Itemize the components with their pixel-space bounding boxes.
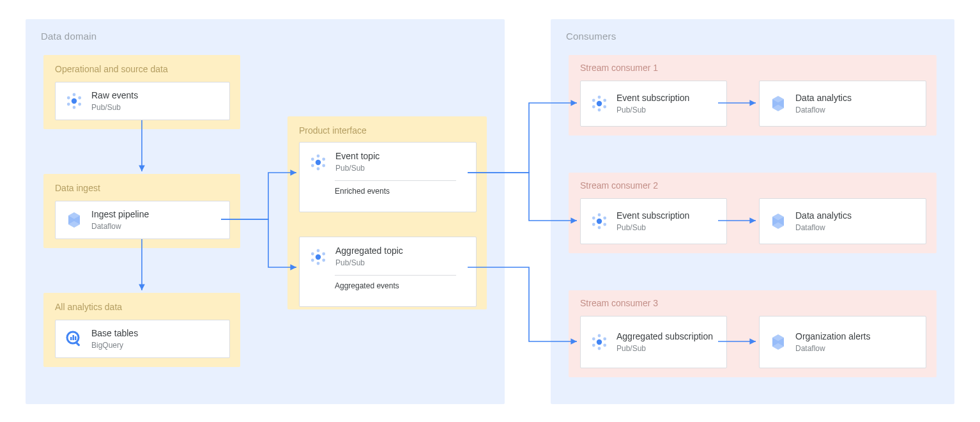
card-title: Raw events	[91, 90, 138, 101]
card-sub: Dataflow	[91, 221, 149, 231]
card-sub: Pub/Sub	[91, 102, 138, 113]
card-c1-analytics: Data analytics Dataflow	[759, 81, 926, 127]
card-aggregated-topic: Aggregated topic Pub/Sub	[299, 237, 477, 307]
card-c1-subscription: Event subscription Pub/Sub	[580, 81, 727, 127]
dataflow-icon	[769, 332, 788, 352]
card-title: Data analytics	[795, 92, 852, 104]
dataflow-icon	[65, 210, 84, 230]
card-title: Ingest pipeline	[91, 208, 149, 220]
card-title: Aggregated topic	[335, 245, 467, 256]
card-sub: Dataflow	[795, 105, 852, 115]
card-title: Organization alerts	[795, 331, 871, 342]
card-title: Aggregated subscription	[616, 331, 713, 342]
consumer-label-2: Stream consumer 2	[580, 180, 658, 191]
bigquery-icon	[65, 329, 84, 348]
card-sub: BigQuery	[91, 340, 138, 350]
dataflow-icon	[769, 94, 788, 113]
pubsub-icon	[590, 332, 609, 352]
card-sub: Dataflow	[795, 223, 852, 233]
note-aggregated-events: Aggregated events	[335, 281, 399, 290]
pubsub-icon	[65, 91, 84, 111]
card-c3-subscription: Aggregated subscription Pub/Sub	[580, 316, 727, 368]
card-title: Base tables	[91, 327, 138, 339]
subbox-label-interface: Product interface	[299, 125, 367, 136]
region-label-consumers: Consumers	[566, 31, 616, 42]
pubsub-icon	[309, 153, 328, 172]
dataflow-icon	[769, 212, 788, 231]
card-sub: Pub/Sub	[616, 343, 713, 354]
divider	[335, 180, 456, 181]
consumer-label-3: Stream consumer 3	[580, 298, 658, 308]
subbox-label-analytics: All analytics data	[55, 302, 122, 312]
subbox-label-ingest: Data ingest	[55, 183, 100, 193]
card-title: Data analytics	[795, 210, 852, 221]
pubsub-icon	[309, 247, 328, 267]
card-sub: Dataflow	[795, 343, 871, 354]
region-label-data-domain: Data domain	[41, 31, 96, 42]
card-c2-analytics: Data analytics Dataflow	[759, 198, 926, 244]
card-title: Event subscription	[616, 92, 689, 104]
card-c3-analytics: Organization alerts Dataflow	[759, 316, 926, 368]
card-raw-events: Raw events Pub/Sub	[55, 82, 230, 120]
pubsub-icon	[590, 212, 609, 231]
subbox-label-source: Operational and source data	[55, 64, 168, 74]
note-enriched-events: Enriched events	[335, 187, 390, 196]
card-sub: Pub/Sub	[616, 223, 689, 233]
card-title: Event subscription	[616, 210, 689, 221]
card-sub: Pub/Sub	[335, 258, 467, 268]
divider	[335, 275, 456, 276]
card-sub: Pub/Sub	[616, 105, 689, 115]
card-c2-subscription: Event subscription Pub/Sub	[580, 198, 727, 244]
card-event-topic: Event topic Pub/Sub	[299, 142, 477, 212]
card-base-tables: Base tables BigQuery	[55, 320, 230, 358]
card-ingest-pipeline: Ingest pipeline Dataflow	[55, 201, 230, 239]
card-sub: Pub/Sub	[335, 163, 467, 173]
card-title: Event topic	[335, 150, 467, 162]
pubsub-icon	[590, 94, 609, 113]
consumer-label-1: Stream consumer 1	[580, 63, 658, 73]
